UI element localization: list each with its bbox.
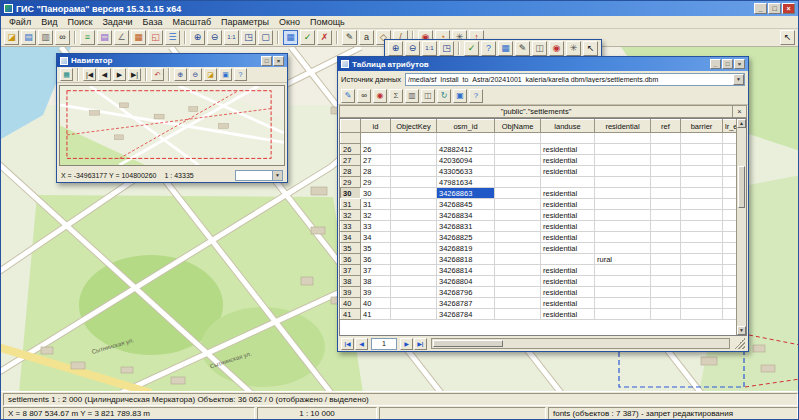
row-number-cell[interactable]: 26 (341, 144, 361, 155)
text-label-icon[interactable]: a (359, 30, 374, 45)
navigator-minimap[interactable] (59, 85, 285, 166)
data-cell[interactable] (391, 177, 437, 188)
eraser-icon[interactable]: ◱ (148, 30, 163, 45)
data-cell[interactable] (391, 243, 437, 254)
row-number-cell[interactable] (341, 133, 361, 144)
data-cell[interactable] (495, 265, 541, 276)
pointer-tool-icon[interactable]: ↖ (583, 41, 598, 56)
navigator-scale-combo[interactable]: ▼ (235, 170, 283, 181)
data-cell[interactable] (595, 298, 651, 309)
data-cell[interactable] (595, 133, 651, 144)
save-icon[interactable]: ▣ (453, 89, 467, 103)
zoom-out-icon[interactable]: ⊖ (189, 68, 202, 81)
data-cell[interactable] (723, 287, 737, 298)
data-cell[interactable] (495, 309, 541, 320)
data-cell[interactable] (595, 232, 651, 243)
data-cell[interactable] (681, 221, 723, 232)
data-cell[interactable] (681, 254, 723, 265)
data-cell[interactable]: residential (541, 199, 595, 210)
row-number-cell[interactable]: 37 (341, 265, 361, 276)
data-cell[interactable]: 42882412 (437, 144, 495, 155)
data-cell[interactable] (651, 177, 681, 188)
data-cell[interactable] (651, 210, 681, 221)
zoom-out-icon[interactable]: ⊖ (207, 30, 222, 45)
tab-close-icon[interactable]: × (733, 106, 746, 117)
zoom-out-icon[interactable]: ⊖ (405, 41, 420, 56)
data-cell[interactable]: residential (541, 309, 595, 320)
data-cell[interactable] (651, 232, 681, 243)
data-cell[interactable]: residential (541, 221, 595, 232)
find-binoculars-icon[interactable]: ∞ (357, 89, 371, 103)
data-cell[interactable] (681, 166, 723, 177)
chevron-down-icon[interactable]: ▼ (733, 74, 744, 85)
print-icon[interactable]: ▥ (38, 30, 53, 45)
data-cell[interactable] (391, 221, 437, 232)
scroll-up-icon[interactable]: ▲ (737, 119, 746, 128)
data-cell[interactable]: 30 (361, 188, 391, 199)
data-cell[interactable]: residential (541, 287, 595, 298)
scale-1-1-button[interactable]: 1:1 (224, 30, 239, 45)
legend-icon[interactable]: ▤ (97, 30, 112, 45)
data-cell[interactable] (681, 144, 723, 155)
vertical-scrollbar[interactable]: ▲ ▼ (736, 119, 746, 335)
data-cell[interactable]: 42036094 (437, 155, 495, 166)
previous-record-button[interactable]: ◀ (355, 338, 368, 350)
layers-icon[interactable]: ≡ (80, 30, 95, 45)
data-cell[interactable]: 34268819 (437, 243, 495, 254)
data-cell[interactable] (495, 276, 541, 287)
data-cell[interactable] (391, 133, 437, 144)
first-view-button[interactable]: |◀ (83, 68, 96, 81)
column-header-barrier[interactable]: barrier (681, 120, 723, 133)
data-cell[interactable]: 26 (361, 144, 391, 155)
data-cell[interactable] (595, 177, 651, 188)
cancel-icon[interactable]: ✗ (317, 30, 332, 45)
data-cell[interactable] (681, 309, 723, 320)
attribute-table-icon[interactable]: ▦ (283, 30, 298, 45)
search-binoculars-icon[interactable]: ∞ (55, 30, 70, 45)
row-number-cell[interactable]: 28 (341, 166, 361, 177)
data-cell[interactable]: residential (541, 144, 595, 155)
data-cell[interactable] (495, 155, 541, 166)
zoom-in-icon[interactable]: ⊕ (388, 41, 403, 56)
accept-check-icon[interactable]: ✓ (300, 30, 315, 45)
data-cell[interactable] (595, 210, 651, 221)
data-cell[interactable] (723, 199, 737, 210)
data-cell[interactable]: 37 (361, 265, 391, 276)
edit-pencil-icon[interactable]: ✎ (342, 30, 357, 45)
data-cell[interactable] (391, 188, 437, 199)
data-cell[interactable] (595, 276, 651, 287)
menu-window[interactable]: Окно (274, 17, 305, 27)
menu-database[interactable]: База (138, 17, 168, 27)
row-number-cell[interactable]: 33 (341, 221, 361, 232)
menu-tasks[interactable]: Задачи (97, 17, 137, 27)
view-frame-icon[interactable]: ▢ (258, 30, 273, 45)
data-cell[interactable]: 33 (361, 221, 391, 232)
data-cell[interactable]: 27 (361, 155, 391, 166)
data-cell[interactable] (651, 276, 681, 287)
refresh-icon[interactable]: ↻ (437, 89, 451, 103)
data-cell[interactable] (651, 287, 681, 298)
data-cell[interactable] (391, 265, 437, 276)
row-number-cell[interactable]: 27 (341, 155, 361, 166)
data-cell[interactable] (495, 243, 541, 254)
data-cell[interactable] (391, 144, 437, 155)
data-cell[interactable] (541, 254, 595, 265)
accept-check-icon[interactable]: ✓ (464, 41, 479, 56)
data-cell[interactable] (651, 133, 681, 144)
data-cell[interactable]: residential (541, 155, 595, 166)
zoom-area-icon[interactable]: ◳ (241, 30, 256, 45)
data-cell[interactable] (651, 298, 681, 309)
open-database-icon[interactable]: ▤ (21, 30, 36, 45)
data-cell[interactable] (681, 188, 723, 199)
tab-settlements[interactable]: "public"."settlements" (340, 106, 733, 117)
data-cell[interactable]: residential (541, 232, 595, 243)
data-cell[interactable]: 34268834 (437, 210, 495, 221)
data-cell[interactable] (595, 243, 651, 254)
data-cell[interactable]: 34268787 (437, 298, 495, 309)
data-cell[interactable] (651, 221, 681, 232)
data-cell[interactable]: 41 (361, 309, 391, 320)
close-button[interactable]: × (782, 3, 795, 14)
data-cell[interactable] (495, 177, 541, 188)
data-cell[interactable] (723, 276, 737, 287)
data-cell[interactable] (723, 298, 737, 309)
